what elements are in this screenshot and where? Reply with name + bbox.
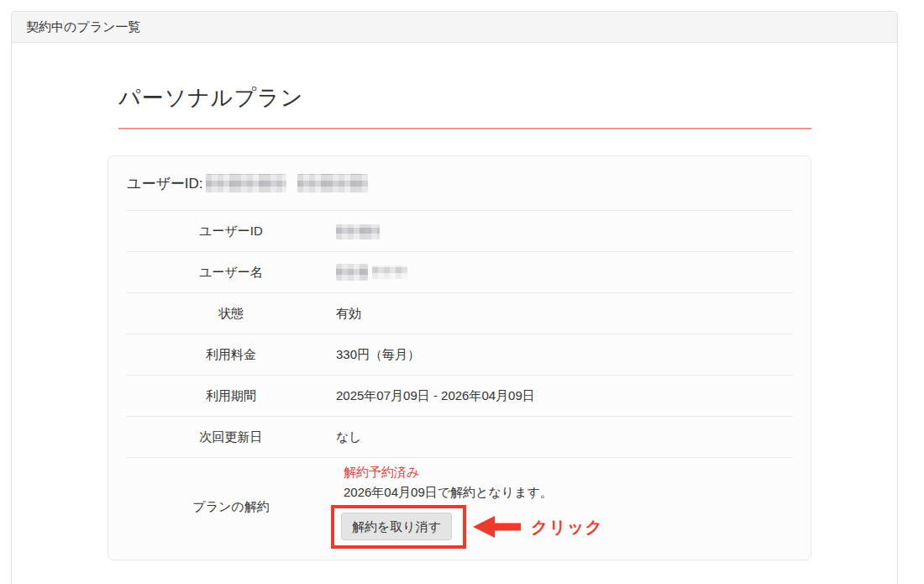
masked-value xyxy=(336,264,368,281)
row-period: 利用期間 2025年07月09日 - 2026年04月09日 xyxy=(126,375,793,416)
row-status: 状態 有効 xyxy=(126,292,793,334)
row-user-name: ユーザー名 xyxy=(126,251,793,292)
annotation-highlight-box: 解約を取り消す xyxy=(331,505,466,549)
cancellation-description: 2026年04月09日で解約となります。 xyxy=(344,485,603,501)
row-user-id: ユーザーID xyxy=(126,210,793,251)
row-value: なし xyxy=(336,429,362,445)
title-underline: パーソナルプラン xyxy=(118,85,811,129)
panel-header-label: 契約中のプラン一覧 xyxy=(26,19,140,35)
cancellation-status: 解約予約済み xyxy=(344,465,603,481)
masked-value xyxy=(336,224,380,239)
row-value: 有効 xyxy=(336,306,361,322)
left-arrow-icon xyxy=(473,515,521,539)
cancellation-content: 解約予約済み 2026年04月09日で解約となります。 解約を取り消す クリック xyxy=(336,465,603,549)
row-label: ユーザー名 xyxy=(126,265,336,281)
row-fee: 利用料金 330円（毎月） xyxy=(126,334,793,375)
card-header: ユーザーID: xyxy=(108,156,811,210)
masked-value xyxy=(372,266,407,279)
action-line: 解約を取り消す クリック xyxy=(336,505,603,549)
click-annotation-label: クリック xyxy=(531,516,603,539)
row-label: 利用期間 xyxy=(126,388,336,404)
page-title: パーソナルプラン xyxy=(118,85,811,110)
row-value: 330円（毎月） xyxy=(336,347,420,363)
plan-card: ユーザーID: ユーザーID ユーザー名 xyxy=(108,155,811,560)
row-value: 2025年07月09日 - 2026年04月09日 xyxy=(336,388,535,404)
user-id-header-label: ユーザーID: xyxy=(127,174,203,193)
row-cancellation: プランの解約 解約予約済み 2026年04月09日で解約となります。 解約を取り… xyxy=(126,457,793,560)
screen: 契約中のプラン一覧 パーソナルプラン ユーザーID: ユーザーID xyxy=(0,0,924,584)
row-label: 状態 xyxy=(126,306,336,322)
panel-header: 契約中のプラン一覧 xyxy=(12,12,897,43)
row-renewal: 次回更新日 なし xyxy=(126,416,793,457)
row-label: 利用料金 xyxy=(126,347,336,363)
cancel-cancellation-button[interactable]: 解約を取り消す xyxy=(341,513,452,540)
plans-panel: 契約中のプラン一覧 パーソナルプラン ユーザーID: ユーザーID xyxy=(11,11,898,584)
row-label: 次回更新日 xyxy=(126,429,336,445)
detail-rows: ユーザーID ユーザー名 状態 有効 xyxy=(126,210,793,560)
panel-body: パーソナルプラン ユーザーID: ユーザーID xyxy=(12,43,897,560)
masked-user-id-segment xyxy=(297,174,368,192)
row-label: プランの解約 xyxy=(126,499,336,515)
row-label: ユーザーID xyxy=(126,224,336,239)
row-value xyxy=(336,223,380,239)
masked-user-id-segment xyxy=(206,174,286,192)
row-value xyxy=(336,264,407,281)
